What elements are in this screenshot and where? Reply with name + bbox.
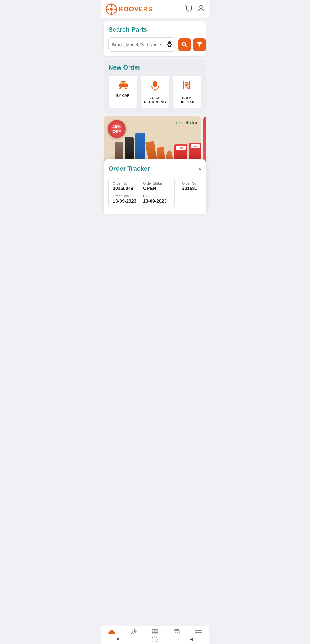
brand-name: elofic — [184, 120, 197, 126]
svg-line-16 — [185, 46, 187, 47]
search-section: Search Parts — [104, 21, 206, 56]
car-icon — [118, 81, 128, 91]
logo-icon — [106, 3, 117, 15]
discount-badge: 25% OFF — [108, 120, 126, 138]
svg-rect-20 — [120, 82, 123, 84]
bulk-upload-card[interactable]: BULK UPLOAD — [172, 75, 202, 108]
svg-rect-33 — [185, 85, 187, 86]
order-no-value: 30160049 — [113, 186, 133, 191]
discount-text: 25% — [112, 124, 121, 129]
system-bar: ■ ◯ ◀ — [101, 634, 209, 644]
svg-rect-12 — [168, 41, 171, 44]
order-tracker: Order Tracker × Order No 30160049 Order … — [104, 159, 206, 214]
brand-logo: ✦✦✦ elofic — [175, 120, 197, 126]
tracker-title: Order Tracker — [108, 165, 150, 172]
new-order-title: New Order — [108, 64, 202, 71]
order-status-value: OPEN — [143, 186, 156, 191]
svg-point-1 — [110, 8, 113, 11]
search-row — [108, 37, 202, 52]
search-title: Search Parts — [108, 26, 202, 33]
microphone-icon[interactable] — [167, 41, 172, 48]
order-no-label: Order No — [113, 181, 140, 185]
svg-rect-6 — [187, 6, 192, 10]
order-no-field: Order No 30160049 — [113, 181, 140, 191]
order-no-label-2: Order No — [182, 181, 199, 185]
order-date-value: 13-09-2023 — [113, 199, 136, 204]
home-button[interactable]: ◯ — [151, 635, 158, 642]
svg-rect-34 — [152, 630, 155, 632]
order-card-1[interactable]: Order No 30160049 Order Status OPEN Orde… — [108, 177, 175, 208]
svg-point-25 — [125, 87, 126, 88]
order-eta-field: ETA 13-09-2023 — [143, 194, 170, 204]
svg-point-24 — [120, 87, 121, 88]
order-date-field: Order Date 13-09-2023 — [113, 194, 140, 204]
order-eta-label: ETA — [143, 194, 170, 198]
close-button[interactable]: × — [198, 166, 202, 172]
search-input[interactable] — [112, 42, 167, 47]
order-card-2[interactable]: Order No 30158... Order Date 06-09... — [178, 177, 202, 208]
svg-rect-32 — [185, 84, 188, 85]
by-car-card[interactable]: BY CAR — [108, 75, 138, 108]
order-status-label: Order Status — [143, 181, 170, 185]
svg-rect-21 — [124, 82, 126, 84]
svg-rect-31 — [185, 82, 188, 83]
new-order-section: New Order BY CAR — [104, 59, 206, 113]
order-info-grid-1: Order No 30160049 Order Status OPEN Orde… — [113, 181, 170, 204]
tracker-header: Order Tracker × — [108, 165, 202, 172]
logo: KOOVERS — [106, 3, 153, 15]
search-input-wrap[interactable] — [108, 37, 176, 52]
filter-button[interactable] — [193, 38, 206, 51]
order-no-field-2: Order No 30158... — [182, 181, 199, 191]
order-cards-row: Order No 30160049 Order Status OPEN Orde… — [108, 177, 202, 209]
logo-text: KOOVERS — [119, 5, 153, 13]
order-eta-value: 13-09-2023 — [143, 199, 167, 204]
new-order-cards: BY CAR VOICERECORDING — [108, 75, 202, 108]
by-car-label: BY CAR — [116, 94, 130, 98]
order-date-label: Order Date — [113, 194, 140, 198]
voice-icon — [151, 81, 159, 93]
svg-marker-17 — [197, 42, 202, 47]
svg-point-11 — [200, 5, 202, 8]
svg-point-9 — [190, 10, 191, 12]
svg-point-8 — [187, 10, 189, 12]
bulk-upload-icon — [183, 81, 191, 93]
voice-recording-label: VOICERECORDING — [144, 96, 166, 104]
order-status-field: Order Status OPEN — [143, 181, 170, 191]
bulk-upload-label: BULK UPLOAD — [175, 96, 199, 104]
svg-rect-26 — [153, 81, 157, 87]
stop-button[interactable]: ■ — [117, 636, 120, 641]
header-actions — [185, 5, 204, 14]
order-info-grid-2: Order No 30158... Order Date 06-09... — [182, 181, 202, 191]
header: KOOVERS — [101, 0, 209, 18]
back-button[interactable]: ◀ — [190, 636, 193, 642]
user-icon[interactable] — [198, 5, 204, 14]
search-button[interactable] — [178, 38, 191, 51]
off-text: OFF — [112, 129, 121, 134]
svg-rect-35 — [155, 630, 158, 632]
order-no-value-2: 30158... — [182, 186, 199, 191]
voice-recording-card[interactable]: VOICERECORDING — [140, 75, 170, 108]
cart-icon[interactable] — [185, 5, 193, 14]
